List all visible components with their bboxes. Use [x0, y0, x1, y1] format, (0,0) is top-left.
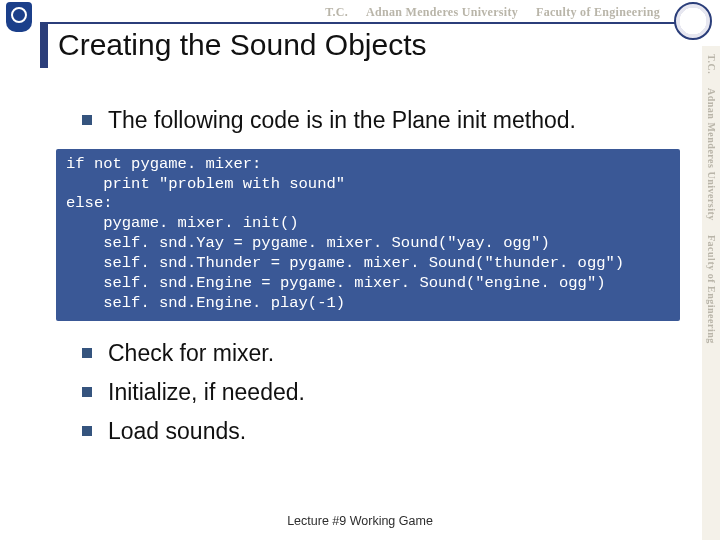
bullet-row: Check for mixer. — [82, 339, 680, 368]
header-seg-faculty: Faculty of Engineering — [536, 5, 660, 20]
sideband-seg-faculty: Faculty of Engineering — [706, 235, 717, 344]
side-band: T.C. Adnan Menderes University Faculty o… — [702, 46, 720, 540]
bullet-row: Load sounds. — [82, 417, 680, 446]
bullet-text: Load sounds. — [108, 417, 246, 446]
title-accent-bar — [40, 24, 48, 68]
square-bullet-icon — [82, 387, 92, 397]
university-seal-icon — [674, 2, 712, 40]
bullet-text: Check for mixer. — [108, 339, 274, 368]
bullet-row: The following code is in the Plane init … — [82, 106, 680, 135]
sideband-seg-univ: Adnan Menderes University — [706, 88, 717, 221]
bullet-row: Initialize, if needed. — [82, 378, 680, 407]
square-bullet-icon — [82, 348, 92, 358]
square-bullet-icon — [82, 115, 92, 125]
header-seg-univ: Adnan Menderes University — [366, 5, 518, 20]
code-block: if not pygame. mixer: print "problem wit… — [56, 149, 680, 322]
bullet-text: The following code is in the Plane init … — [108, 106, 576, 135]
header-band: T.C. Adnan Menderes University Faculty o… — [0, 0, 720, 24]
header-seg-tc: T.C. — [325, 5, 348, 20]
sideband-seg-tc: T.C. — [706, 54, 717, 74]
bullet-text: Initialize, if needed. — [108, 378, 305, 407]
lower-bullets: Check for mixer. Initialize, if needed. … — [56, 339, 680, 445]
content-area: The following code is in the Plane init … — [56, 100, 680, 456]
footer-text: Lecture #9 Working Game — [0, 514, 720, 528]
page-title: Creating the Sound Objects — [58, 28, 427, 62]
square-bullet-icon — [82, 426, 92, 436]
university-shield-icon — [6, 2, 36, 36]
